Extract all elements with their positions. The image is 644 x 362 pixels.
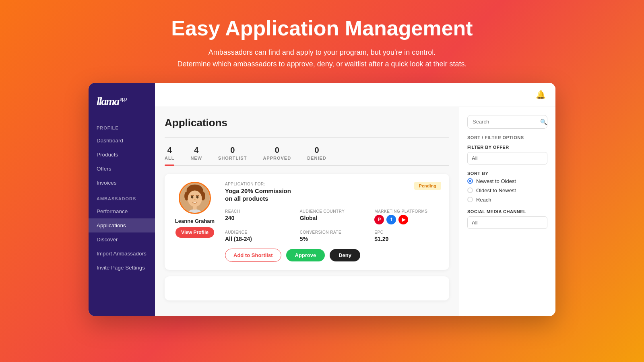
social-channel-section: SOCIAL MEDIA CHANNEL All bbox=[467, 209, 547, 235]
status-badge: Pending bbox=[414, 182, 441, 190]
topbar: 🔔 bbox=[155, 83, 555, 107]
youtube-icon: ▶ bbox=[398, 215, 408, 224]
add-to-shortlist-button[interactable]: Add to Shortlist bbox=[225, 249, 281, 262]
sidebar-item-dashboard[interactable]: Dashboard bbox=[89, 134, 155, 148]
search-input[interactable] bbox=[473, 119, 540, 125]
view-profile-button[interactable]: View Profile bbox=[175, 227, 214, 238]
svg-point-6 bbox=[196, 196, 199, 198]
profile-section-label: PROFILE bbox=[89, 119, 155, 134]
approve-button[interactable]: Approve bbox=[286, 249, 325, 261]
notification-bell-icon[interactable]: 🔔 bbox=[536, 90, 546, 99]
page-title: Applications bbox=[165, 117, 449, 129]
sort-reach-radio[interactable] bbox=[467, 197, 473, 202]
sidebar-item-invite-page-settings[interactable]: Invite Page Settings bbox=[89, 261, 155, 275]
content-area: Applications 4 ALL 4 NEW 0 SHORTLIST bbox=[155, 107, 555, 316]
tab-denied-count: 0 bbox=[314, 146, 319, 155]
reach-label: REACH bbox=[225, 209, 292, 214]
search-box: 🔍 bbox=[467, 115, 547, 129]
sidebar-item-import-ambassadors[interactable]: Import Ambassadors bbox=[89, 247, 155, 261]
sidebar: llamaapp PROFILE Dashboard Products Offe… bbox=[89, 83, 155, 316]
stat-conversion-rate: CONVERSION RATE 5% bbox=[300, 230, 367, 242]
search-icon: 🔍 bbox=[540, 119, 547, 125]
application-for-row: APPLICATION FOR: Yoga 20% Commissionon a… bbox=[225, 182, 441, 203]
sort-by-label: SORT BY bbox=[467, 171, 547, 176]
pinterest-icon: P bbox=[374, 215, 384, 224]
stats-grid: REACH 240 AUDIENCE COUNTRY Global MARKET… bbox=[225, 209, 441, 242]
logo: llamaapp bbox=[89, 91, 155, 119]
marketing-platforms-label: MARKETING PLATFORMS bbox=[374, 209, 441, 214]
application-name: Yoga 20% Commissionon all products bbox=[225, 187, 291, 203]
tab-approved[interactable]: 0 APPROVED bbox=[263, 146, 291, 165]
stat-marketing-platforms: MARKETING PLATFORMS P f ▶ bbox=[374, 209, 441, 224]
sidebar-item-products[interactable]: Products bbox=[89, 148, 155, 162]
sidebar-item-invoices[interactable]: Invoices bbox=[89, 176, 155, 190]
sort-newest-to-oldest[interactable]: Newest to Oldest bbox=[467, 178, 547, 184]
epc-label: EPC bbox=[374, 230, 441, 234]
stat-audience: AUDIENCE All (18-24) bbox=[225, 230, 292, 242]
sort-oldest-to-newest[interactable]: Oldest to Newest bbox=[467, 187, 547, 193]
stat-reach: REACH 240 bbox=[225, 209, 292, 224]
tab-shortlist[interactable]: 0 SHORTLIST bbox=[218, 146, 247, 165]
stat-audience-country: AUDIENCE COUNTRY Global bbox=[300, 209, 367, 224]
hero-subtitle: Ambassadors can find and apply to your p… bbox=[178, 47, 467, 70]
tab-approved-count: 0 bbox=[275, 146, 279, 155]
sort-filter-title: Sort / Filter Options bbox=[467, 135, 547, 140]
epc-value: $1.29 bbox=[374, 236, 441, 242]
conversion-rate-value: 5% bbox=[300, 236, 367, 242]
stat-epc: EPC $1.29 bbox=[374, 230, 441, 242]
sort-newest-radio[interactable] bbox=[467, 178, 473, 184]
tabs-bar: 4 ALL 4 NEW 0 SHORTLIST 0 APPROVED bbox=[165, 146, 449, 166]
tab-shortlist-count: 0 bbox=[230, 146, 235, 155]
audience-value: All (18-24) bbox=[225, 236, 292, 242]
deny-button[interactable]: Deny bbox=[330, 249, 360, 261]
tab-new[interactable]: 4 NEW bbox=[190, 146, 202, 165]
hero-title: Easy Application Management bbox=[171, 16, 473, 40]
main-content: 🔔 Applications 4 ALL 4 NEW bbox=[155, 83, 555, 316]
tab-all[interactable]: 4 ALL bbox=[165, 146, 174, 165]
ambassador-profile: Leanne Graham View Profile bbox=[173, 182, 217, 262]
sidebar-item-offers[interactable]: Offers bbox=[89, 162, 155, 176]
tab-new-label: NEW bbox=[190, 156, 202, 160]
tab-denied-label: DENIED bbox=[307, 156, 326, 160]
reach-value: 240 bbox=[225, 215, 292, 221]
sort-newest-label: Newest to Oldest bbox=[476, 178, 516, 184]
facebook-icon: f bbox=[386, 215, 396, 224]
tab-new-count: 4 bbox=[194, 146, 198, 155]
sidebar-item-discover[interactable]: Discover bbox=[89, 232, 155, 247]
svg-rect-8 bbox=[193, 206, 196, 210]
filter-by-offer-section: FILTER BY OFFER All bbox=[467, 145, 547, 171]
sort-by-section: SORT BY Newest to Oldest Oldest to Newes… bbox=[467, 171, 547, 203]
tab-all-count: 4 bbox=[167, 146, 172, 155]
application-card: Leanne Graham View Profile APPLICATION F… bbox=[165, 174, 449, 270]
social-icons: P f ▶ bbox=[374, 215, 441, 224]
tab-shortlist-label: SHORTLIST bbox=[218, 156, 247, 160]
tab-approved-label: APPROVED bbox=[263, 156, 291, 160]
sort-reach-label: Reach bbox=[476, 197, 491, 203]
card-actions: Add to Shortlist Approve Deny bbox=[225, 249, 441, 262]
filter-by-offer-label: FILTER BY OFFER bbox=[467, 145, 547, 150]
title-divider bbox=[165, 137, 449, 138]
sort-oldest-radio[interactable] bbox=[467, 187, 473, 193]
audience-country-value: Global bbox=[300, 215, 367, 221]
audience-label: AUDIENCE bbox=[225, 230, 292, 234]
filter-by-offer-select[interactable]: All bbox=[467, 152, 547, 165]
social-channel-label: SOCIAL MEDIA CHANNEL bbox=[467, 209, 547, 214]
tab-all-label: ALL bbox=[165, 156, 174, 160]
application-info: APPLICATION FOR: Yoga 20% Commissionon a… bbox=[225, 182, 291, 203]
sort-oldest-label: Oldest to Newest bbox=[476, 187, 516, 193]
second-card-placeholder bbox=[165, 276, 449, 300]
conversion-rate-label: CONVERSION RATE bbox=[300, 230, 367, 234]
app-window: llamaapp PROFILE Dashboard Products Offe… bbox=[89, 83, 555, 316]
right-panel: 🔍 Sort / Filter Options FILTER BY OFFER … bbox=[459, 107, 555, 316]
avatar bbox=[179, 182, 211, 214]
sidebar-item-performance[interactable]: Performance bbox=[89, 204, 155, 218]
ambassadors-section-label: AMBASSADORS bbox=[89, 190, 155, 204]
sort-reach[interactable]: Reach bbox=[467, 197, 547, 203]
sidebar-item-applications[interactable]: Applications bbox=[89, 218, 155, 232]
applications-panel: Applications 4 ALL 4 NEW 0 SHORTLIST bbox=[155, 107, 459, 316]
svg-point-5 bbox=[191, 196, 194, 198]
tab-denied[interactable]: 0 DENIED bbox=[307, 146, 326, 165]
svg-point-4 bbox=[188, 190, 202, 207]
social-channel-select[interactable]: All bbox=[467, 216, 547, 229]
svg-point-7 bbox=[194, 199, 196, 200]
